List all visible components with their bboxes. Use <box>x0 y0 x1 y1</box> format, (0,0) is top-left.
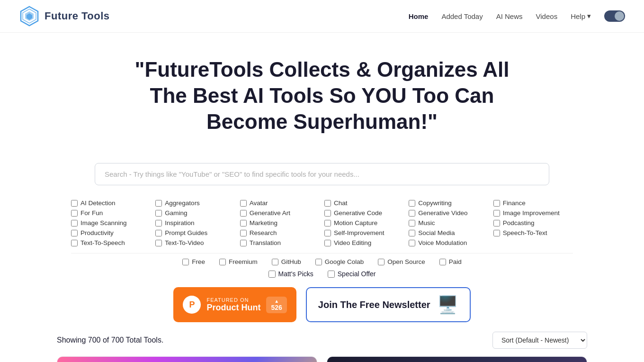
filter-paid[interactable]: Paid <box>439 258 462 265</box>
filter-special-offer[interactable]: Special Offer <box>328 270 376 278</box>
product-hunt-banner[interactable]: P FEATURED ON Product Hunt ▲ 526 <box>173 287 296 322</box>
filter-freemium[interactable]: Freemium <box>219 258 258 265</box>
filter-image-improvement[interactable]: Image Improvement <box>493 209 573 217</box>
filter-generative-video[interactable]: Generative Video <box>409 209 488 217</box>
toggle-knob <box>615 11 624 21</box>
filters-container: AI Detection Aggregators Avatar Chat Cop… <box>62 195 582 278</box>
filter-text-to-speech[interactable]: Text-To-Speech <box>71 239 151 246</box>
filter-text-to-video[interactable]: Text-To-Video <box>155 239 235 246</box>
filter-gaming[interactable]: Gaming <box>155 209 235 217</box>
filter-finance[interactable]: Finance <box>493 199 573 207</box>
filter-for-fun[interactable]: For Fun <box>71 209 151 217</box>
tools-grid: magically eate video cumentation AI Guid… <box>38 356 606 362</box>
search-container <box>85 163 559 185</box>
filter-github[interactable]: GitHub <box>272 258 301 265</box>
pricing-filters: Free Freemium GitHub Google Colab Open S… <box>71 258 573 265</box>
filter-video-editing[interactable]: Video Editing <box>324 239 404 246</box>
filter-music[interactable]: Music <box>409 219 488 226</box>
hero-title: "FutureTools Collects & Organizes All Th… <box>118 56 526 135</box>
filter-podcasting[interactable]: Podcasting <box>493 219 573 226</box>
filter-generative-code[interactable]: Generative Code <box>324 209 404 217</box>
filter-google-colab[interactable]: Google Colab <box>315 258 364 265</box>
product-hunt-text: FEATURED ON Product Hunt <box>206 297 260 313</box>
header: Future Tools Home Added Today AI News Vi… <box>0 0 644 33</box>
theme-toggle[interactable] <box>604 10 625 22</box>
filter-free[interactable]: Free <box>182 258 205 265</box>
nav-help[interactable]: Help ▾ <box>571 12 591 20</box>
nav-added-today[interactable]: Added Today <box>441 12 483 20</box>
tool-card-guidde: magically eate video cumentation AI Guid… <box>57 356 317 362</box>
filter-productivity[interactable]: Productivity <box>71 229 151 236</box>
product-hunt-icon: P <box>183 296 201 314</box>
filter-speech-to-text[interactable]: Speech-To-Text <box>493 229 573 236</box>
logo-icon <box>19 6 40 27</box>
filter-ai-detection[interactable]: AI Detection <box>71 199 151 207</box>
tool-card-leonardo: 🎭 Leonardo.AI Creativity Leonardo.ai ↗ C… <box>327 356 587 362</box>
filter-avatar[interactable]: Avatar <box>240 199 320 207</box>
nav-ai-news[interactable]: AI News <box>496 12 523 20</box>
leonardo-image: 🎭 Leonardo.AI Creativity <box>327 357 587 362</box>
filter-chat[interactable]: Chat <box>324 199 404 207</box>
nav-home[interactable]: Home <box>409 12 429 20</box>
product-hunt-votes: ▲ 526 <box>266 297 286 313</box>
sort-select[interactable]: Sort (Default - Newest) Sort (Oldest - N… <box>492 332 587 349</box>
filter-inspiration[interactable]: Inspiration <box>155 219 235 226</box>
filter-social-media[interactable]: Social Media <box>409 229 488 236</box>
filter-image-scanning[interactable]: Image Scanning <box>71 219 151 226</box>
filter-prompt-guides[interactable]: Prompt Guides <box>155 229 235 236</box>
filter-marketing[interactable]: Marketing <box>240 219 320 226</box>
filter-translation[interactable]: Translation <box>240 239 320 246</box>
hero-section: "FutureTools Collects & Organizes All Th… <box>0 33 644 149</box>
chevron-down-icon: ▾ <box>587 12 591 20</box>
nav-videos[interactable]: Videos <box>536 12 558 20</box>
logo[interactable]: Future Tools <box>19 6 110 27</box>
results-count: Showing 700 of 700 Total Tools. <box>57 336 163 344</box>
filter-matts-picks[interactable]: Matt's Picks <box>268 270 313 278</box>
filter-generative-art[interactable]: Generative Art <box>240 209 320 217</box>
filter-motion-capture[interactable]: Motion Capture <box>324 219 404 226</box>
filter-research[interactable]: Research <box>240 229 320 236</box>
filter-divider <box>71 253 573 253</box>
search-input[interactable] <box>95 163 549 185</box>
filter-self-improvement[interactable]: Self-Improvement <box>324 229 404 236</box>
filter-copywriting[interactable]: Copywriting <box>409 199 488 207</box>
special-filters: Matt's Picks Special Offer <box>71 270 573 278</box>
filter-voice-modulation[interactable]: Voice Modulation <box>409 239 488 246</box>
newsletter-text: Join The Free Newsletter <box>318 299 430 310</box>
logo-text: Future Tools <box>45 10 110 22</box>
category-filters: AI Detection Aggregators Avatar Chat Cop… <box>71 199 573 246</box>
newsletter-icon: 🖥️ <box>437 295 458 315</box>
main-nav: Home Added Today AI News Videos Help ▾ <box>409 10 625 22</box>
filter-open-source[interactable]: Open Source <box>378 258 425 265</box>
newsletter-banner[interactable]: Join The Free Newsletter 🖥️ <box>306 287 471 322</box>
filter-aggregators[interactable]: Aggregators <box>155 199 235 207</box>
cta-banners: P FEATURED ON Product Hunt ▲ 526 Join Th… <box>133 287 511 322</box>
guidde-image: magically eate video cumentation AI <box>57 357 317 362</box>
results-bar: Showing 700 of 700 Total Tools. Sort (De… <box>38 332 606 356</box>
